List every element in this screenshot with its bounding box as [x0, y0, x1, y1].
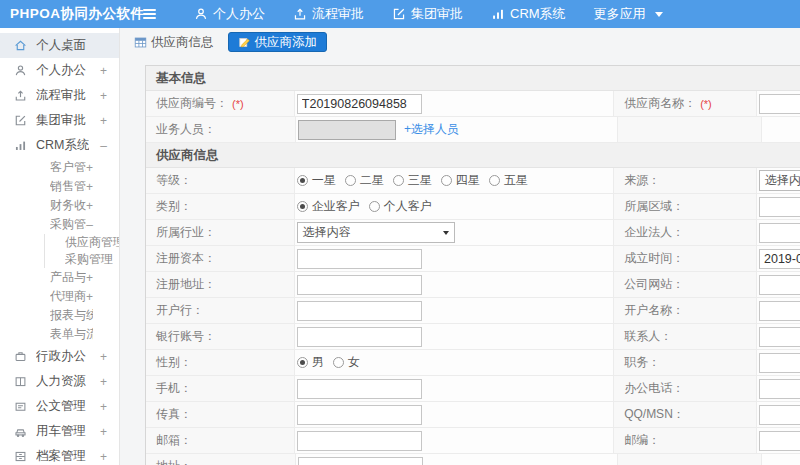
expand-plus-icon[interactable]: +	[100, 451, 107, 463]
expand-plus-icon[interactable]: +	[100, 376, 107, 388]
sidebar-item-label: 财务收支	[50, 197, 86, 214]
text-field[interactable]	[759, 431, 800, 451]
sidebar-item[interactable]: 流程审批+	[0, 83, 119, 108]
topnav-item[interactable]: CRM系统	[477, 0, 580, 28]
text-field[interactable]	[297, 94, 422, 114]
field-input-cell: 一星二星三星四星五星	[295, 168, 614, 193]
expand-plus-icon[interactable]: +	[100, 401, 107, 413]
sidebar-item[interactable]: 采购管理–	[0, 215, 119, 234]
text-field[interactable]	[298, 457, 423, 465]
radio-selected-icon[interactable]	[297, 201, 308, 212]
disabled-text-field[interactable]	[298, 120, 396, 140]
radio-option[interactable]: 三星	[393, 172, 432, 189]
radio-option[interactable]: 二星	[345, 172, 384, 189]
select-person-link[interactable]: +选择人员	[404, 121, 459, 138]
collapse-minus-icon[interactable]: –	[86, 219, 93, 231]
topnav-item[interactable]: 个人办公	[180, 0, 279, 28]
form-row: 银行账号：联系人：	[146, 324, 800, 350]
sidebar-item[interactable]: 采购管理	[45, 251, 119, 268]
field-label-cell: 性别：	[146, 350, 295, 375]
sidebar-item[interactable]: 销售管理+	[0, 177, 119, 196]
tab-supplier-info[interactable]: 供应商信息	[134, 32, 214, 52]
topnav-item[interactable]: 更多应用	[580, 0, 677, 28]
field-label: 企业法人：	[624, 224, 684, 241]
radio-selected-icon[interactable]	[297, 357, 308, 368]
field-label: 办公电话：	[624, 380, 684, 397]
expand-plus-icon[interactable]: +	[100, 65, 107, 77]
hamburger-icon[interactable]	[132, 9, 166, 19]
radio-option[interactable]: 个人客户	[369, 198, 432, 215]
field-label: 职务：	[624, 354, 660, 371]
text-field[interactable]	[759, 301, 800, 321]
sidebar-item[interactable]: 报表与统计	[0, 306, 119, 325]
expand-plus-icon[interactable]: +	[86, 162, 93, 174]
field-label: 注册资本：	[156, 250, 216, 267]
text-field[interactable]	[297, 301, 422, 321]
radio-icon[interactable]	[369, 201, 380, 212]
radio-icon[interactable]	[441, 175, 452, 186]
radio-option[interactable]: 企业客户	[297, 198, 360, 215]
text-field[interactable]	[297, 431, 422, 451]
sidebar-item[interactable]: 表单与流程设置+	[0, 325, 119, 344]
topnav-item[interactable]: 集团审批	[378, 0, 477, 28]
expand-plus-icon[interactable]: +	[100, 426, 107, 438]
archive-icon	[14, 450, 27, 463]
text-field[interactable]	[297, 275, 422, 295]
text-field[interactable]	[297, 327, 422, 347]
radio-option[interactable]: 一星	[297, 172, 336, 189]
radio-label: 一星	[312, 172, 336, 189]
sidebar-item[interactable]: CRM系统–	[0, 133, 119, 158]
radio-label: 五星	[504, 172, 528, 189]
text-field[interactable]	[297, 249, 422, 269]
radio-option[interactable]: 五星	[489, 172, 528, 189]
sidebar-item[interactable]: 财务收支+	[0, 196, 119, 215]
select-field[interactable]: 选择内容	[297, 222, 455, 243]
topnav-item[interactable]: 流程审批	[279, 0, 378, 28]
sidebar-item[interactable]: 档案管理+	[0, 444, 119, 465]
radio-icon[interactable]	[393, 175, 404, 186]
radio-option[interactable]: 四星	[441, 172, 480, 189]
app-window: PHPOA协同办公软件 个人办公流程审批集团审批CRM系统更多应用 个人桌面个人…	[0, 0, 800, 465]
tab-supplier-add[interactable]: 供应商添加	[228, 32, 328, 52]
radio-icon[interactable]	[333, 357, 344, 368]
sidebar-item-label: 公文管理	[36, 398, 86, 415]
expand-plus-icon[interactable]: +	[100, 351, 107, 363]
sidebar-item[interactable]: 产品与库存+	[0, 268, 119, 287]
radio-option[interactable]: 男	[297, 354, 324, 371]
expand-plus-icon[interactable]: +	[86, 181, 93, 193]
expand-plus-icon[interactable]: +	[100, 115, 107, 127]
sidebar-item[interactable]: 人力资源+	[0, 369, 119, 394]
sidebar-item[interactable]: 代理商管理+	[0, 287, 119, 306]
briefcase-icon	[14, 350, 27, 363]
expand-plus-icon[interactable]: +	[100, 90, 107, 102]
text-field[interactable]	[759, 197, 800, 217]
radio-option[interactable]: 女	[333, 354, 360, 371]
text-field[interactable]	[759, 353, 800, 373]
sidebar-item[interactable]: 个人办公+	[0, 58, 119, 83]
radio-icon[interactable]	[489, 175, 500, 186]
sidebar-item[interactable]: 个人桌面	[0, 33, 119, 58]
sidebar-item[interactable]: 用车管理+	[0, 419, 119, 444]
collapse-minus-icon[interactable]: –	[100, 140, 107, 152]
expand-plus-icon[interactable]: +	[86, 272, 93, 284]
text-field[interactable]	[297, 379, 422, 399]
sidebar-item[interactable]: 客户管理+	[0, 158, 119, 177]
radio-selected-icon[interactable]	[297, 175, 308, 186]
text-field[interactable]	[759, 275, 800, 295]
text-field[interactable]	[759, 405, 800, 425]
text-field[interactable]	[759, 249, 800, 269]
user-icon	[14, 64, 27, 77]
select-field[interactable]: 选择内容	[759, 170, 800, 191]
text-field[interactable]	[297, 405, 422, 425]
radio-icon[interactable]	[345, 175, 356, 186]
sidebar-item[interactable]: 行政办公+	[0, 344, 119, 369]
sidebar-item[interactable]: 公文管理+	[0, 394, 119, 419]
text-field[interactable]	[759, 94, 800, 114]
expand-plus-icon[interactable]: +	[86, 291, 93, 303]
sidebar-item[interactable]: 供应商管理	[45, 234, 119, 251]
expand-plus-icon[interactable]: +	[86, 200, 93, 212]
text-field[interactable]	[759, 223, 800, 243]
text-field[interactable]	[759, 379, 800, 399]
sidebar-item[interactable]: 集团审批+	[0, 108, 119, 133]
text-field[interactable]	[759, 327, 800, 347]
